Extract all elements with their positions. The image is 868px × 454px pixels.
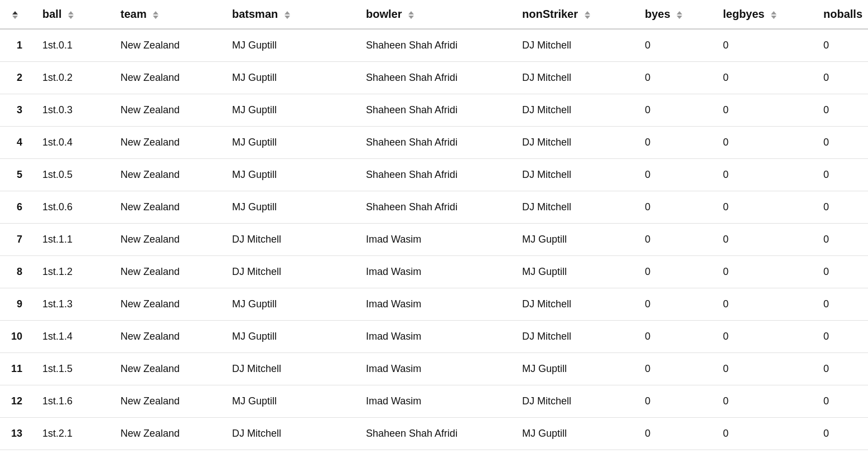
table-row: 141st.2.2New ZealandDJ MitchellShaheen S… — [0, 450, 868, 455]
cell-legbyes: 0 — [714, 224, 814, 256]
sort-down-icon — [408, 16, 414, 19]
cell-legbyes: 0 — [714, 256, 814, 288]
cell-batsman: MJ Guptill — [223, 191, 357, 224]
cell-batsman: MJ Guptill — [223, 159, 357, 191]
cell-legbyes: 0 — [714, 62, 814, 94]
cell-noballs: 0 — [814, 127, 868, 159]
table-row: 11st.0.1New ZealandMJ GuptillShaheen Sha… — [0, 29, 868, 62]
cell-bowler: Shaheen Shah Afridi — [357, 191, 513, 224]
cell-byes: 0 — [636, 450, 714, 455]
sort-down-icon — [68, 16, 74, 19]
cell-bowler: Shaheen Shah Afridi — [357, 127, 513, 159]
table-header-row: ball team batsman — [0, 0, 868, 29]
cell-nonstriker: DJ Mitchell — [513, 29, 636, 62]
column-header-legbyes[interactable]: legbyes — [714, 0, 814, 29]
cell-nonstriker: MJ Guptill — [513, 256, 636, 288]
cell-team: New Zealand — [112, 94, 223, 127]
cell-noballs: 0 — [814, 385, 868, 418]
cell-noballs: 0 — [814, 224, 868, 256]
cricket-data-table: ball team batsman — [0, 0, 868, 454]
cell-ball: 1st.2.2 — [33, 450, 112, 455]
cell-byes: 0 — [636, 191, 714, 224]
cell-batsman: MJ Guptill — [223, 94, 357, 127]
table-row: 131st.2.1New ZealandDJ MitchellShaheen S… — [0, 418, 868, 450]
table-row: 61st.0.6New ZealandMJ GuptillShaheen Sha… — [0, 191, 868, 224]
cell-batsman: DJ Mitchell — [223, 450, 357, 455]
cell-batsman: DJ Mitchell — [223, 256, 357, 288]
cell-nonstriker: DJ Mitchell — [513, 385, 636, 418]
cell-index: 13 — [0, 418, 33, 450]
cell-nonstriker: MJ Guptill — [513, 353, 636, 385]
table-row: 31st.0.3New ZealandMJ GuptillShaheen Sha… — [0, 94, 868, 127]
cell-team: New Zealand — [112, 450, 223, 455]
cell-index: 9 — [0, 288, 33, 321]
column-header-byes[interactable]: byes — [636, 0, 714, 29]
cell-index: 5 — [0, 159, 33, 191]
cell-byes: 0 — [636, 385, 714, 418]
sort-down-icon — [677, 16, 682, 19]
cell-batsman: MJ Guptill — [223, 62, 357, 94]
cell-noballs: 0 — [814, 418, 868, 450]
cell-batsman: DJ Mitchell — [223, 418, 357, 450]
cell-noballs: 0 — [814, 288, 868, 321]
cell-batsman: MJ Guptill — [223, 127, 357, 159]
cell-legbyes: 0 — [714, 385, 814, 418]
cell-bowler: Shaheen Shah Afridi — [357, 450, 513, 455]
sort-icon-legbyes — [771, 11, 777, 19]
cell-legbyes: 0 — [714, 191, 814, 224]
column-header-ball[interactable]: ball — [33, 0, 112, 29]
column-header-noballs[interactable]: noballs — [814, 0, 868, 29]
cell-team: New Zealand — [112, 256, 223, 288]
sort-icon-index — [12, 11, 18, 19]
column-header-team[interactable]: team — [112, 0, 223, 29]
column-label-batsman: batsman — [232, 8, 278, 20]
cell-bowler: Shaheen Shah Afridi — [357, 418, 513, 450]
cell-bowler: Shaheen Shah Afridi — [357, 94, 513, 127]
sort-up-icon — [153, 11, 158, 15]
column-header-index[interactable] — [0, 0, 33, 29]
column-label-legbyes: legbyes — [723, 8, 764, 20]
sort-icon-bowler — [408, 11, 414, 19]
cell-team: New Zealand — [112, 385, 223, 418]
cell-nonstriker: DJ Mitchell — [513, 288, 636, 321]
cell-legbyes: 0 — [714, 418, 814, 450]
table-row: 91st.1.3New ZealandMJ GuptillImad WasimD… — [0, 288, 868, 321]
cell-bowler: Imad Wasim — [357, 353, 513, 385]
sort-down-icon — [585, 16, 590, 19]
cell-ball: 1st.0.4 — [33, 127, 112, 159]
cell-ball: 1st.0.2 — [33, 62, 112, 94]
cell-nonstriker: DJ Mitchell — [513, 321, 636, 353]
cell-nonstriker: MJ Guptill — [513, 450, 636, 455]
column-header-nonstriker[interactable]: nonStriker — [513, 0, 636, 29]
table-row: 101st.1.4New ZealandMJ GuptillImad Wasim… — [0, 321, 868, 353]
cell-team: New Zealand — [112, 62, 223, 94]
cell-nonstriker: DJ Mitchell — [513, 159, 636, 191]
cell-team: New Zealand — [112, 127, 223, 159]
cell-byes: 0 — [636, 321, 714, 353]
cell-bowler: Imad Wasim — [357, 288, 513, 321]
column-label-noballs: noballs — [823, 8, 862, 20]
cell-ball: 1st.1.4 — [33, 321, 112, 353]
cell-noballs: 0 — [814, 29, 868, 62]
cell-nonstriker: MJ Guptill — [513, 224, 636, 256]
sort-down-icon — [12, 16, 18, 19]
cell-byes: 0 — [636, 29, 714, 62]
cell-legbyes: 0 — [714, 159, 814, 191]
cell-team: New Zealand — [112, 353, 223, 385]
cell-batsman: DJ Mitchell — [223, 353, 357, 385]
column-header-batsman[interactable]: batsman — [223, 0, 357, 29]
cell-team: New Zealand — [112, 418, 223, 450]
table-row: 81st.1.2New ZealandDJ MitchellImad Wasim… — [0, 256, 868, 288]
cell-batsman: MJ Guptill — [223, 321, 357, 353]
cell-index: 7 — [0, 224, 33, 256]
table-row: 21st.0.2New ZealandMJ GuptillShaheen Sha… — [0, 62, 868, 94]
table-row: 121st.1.6New ZealandMJ GuptillImad Wasim… — [0, 385, 868, 418]
cell-byes: 0 — [636, 127, 714, 159]
cell-index: 1 — [0, 29, 33, 62]
cell-byes: 0 — [636, 256, 714, 288]
column-header-bowler[interactable]: bowler — [357, 0, 513, 29]
cell-legbyes: 0 — [714, 29, 814, 62]
sort-icon-byes — [677, 11, 682, 19]
sort-down-icon — [284, 16, 290, 19]
cell-batsman: DJ Mitchell — [223, 224, 357, 256]
